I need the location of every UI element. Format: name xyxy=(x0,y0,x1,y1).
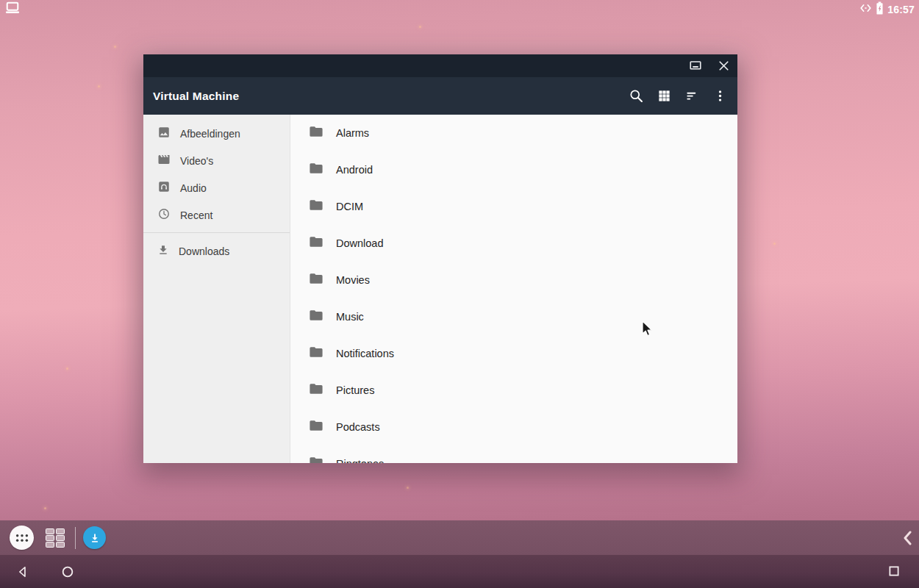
grid-view-icon[interactable] xyxy=(655,87,673,105)
overview-icon xyxy=(887,564,901,578)
home-icon xyxy=(60,564,75,579)
folder-row[interactable]: Notifications xyxy=(290,335,737,372)
folder-row[interactable]: Ringtones xyxy=(290,445,737,463)
sidebar-item-label: Afbeeldingen xyxy=(180,128,240,140)
folder-icon xyxy=(309,198,323,215)
folder-name: Download xyxy=(336,237,384,249)
data-transfer-icon xyxy=(859,3,872,16)
more-vert-icon[interactable] xyxy=(711,87,729,105)
sidebar-item-recent[interactable]: Recent xyxy=(143,201,290,229)
folder-row[interactable]: DCIM xyxy=(290,188,737,225)
file-manager-window: Virtual Machine xyxy=(143,54,737,463)
status-bar: 16:57 xyxy=(0,0,919,19)
taskbar-divider xyxy=(75,527,76,549)
sidebar-item-label: Audio xyxy=(180,182,207,194)
tray-collapse-chevron[interactable] xyxy=(903,531,912,545)
folder-row[interactable]: Android xyxy=(290,151,737,188)
folder-icon xyxy=(309,125,323,141)
folder-row[interactable]: Pictures xyxy=(290,372,737,409)
back-icon xyxy=(15,564,30,579)
sidebar-item-label: Recent xyxy=(180,209,212,221)
folder-name: Android xyxy=(336,164,373,176)
clock-icon xyxy=(157,207,171,223)
movie-icon xyxy=(157,153,171,169)
taskbar xyxy=(0,520,919,555)
folder-name: Notifications xyxy=(336,348,394,359)
search-icon[interactable] xyxy=(627,87,645,105)
file-list: Alarms Android DCIM Download Movies Musi… xyxy=(290,115,737,463)
folder-row[interactable]: Alarms xyxy=(290,115,737,151)
folder-name: Ringtones xyxy=(336,458,384,463)
downloads-app-button[interactable] xyxy=(83,526,106,549)
sidebar-item-label: Downloads xyxy=(179,245,229,257)
laptop-notification-icon[interactable] xyxy=(4,1,21,18)
folder-row[interactable]: Movies xyxy=(290,262,737,298)
window-title: Virtual Machine xyxy=(153,90,239,103)
folder-name: Pictures xyxy=(336,384,374,396)
folder-name: Alarms xyxy=(336,127,369,139)
app-drawer-dots-icon xyxy=(15,533,29,543)
back-button[interactable] xyxy=(7,556,39,588)
window-decor-bar xyxy=(143,54,737,77)
window-toolbar: Virtual Machine xyxy=(143,77,737,115)
home-button[interactable] xyxy=(51,556,84,588)
folder-icon xyxy=(309,272,323,288)
overview-button[interactable] xyxy=(878,555,910,587)
restore-window-icon[interactable] xyxy=(687,58,704,74)
download-icon xyxy=(157,244,169,259)
sidebar-divider xyxy=(143,232,290,233)
folder-icon xyxy=(309,309,323,325)
status-time: 16:57 xyxy=(887,4,915,15)
downloads-app-icon xyxy=(88,531,101,545)
image-icon xyxy=(157,126,171,142)
folder-icon xyxy=(309,382,323,398)
status-tray[interactable]: 16:57 xyxy=(859,1,915,18)
sidebar-item-videos[interactable]: Video's xyxy=(143,147,290,174)
app-grid-button[interactable] xyxy=(43,526,67,550)
close-icon[interactable] xyxy=(715,58,732,74)
folder-name: Movies xyxy=(336,274,370,286)
folder-name: Music xyxy=(336,311,364,323)
sidebar: Afbeeldingen Video's xyxy=(143,115,290,463)
headset-icon xyxy=(157,180,171,196)
folder-row[interactable]: Download xyxy=(290,225,737,262)
folder-name: Podcasts xyxy=(336,421,380,433)
app-grid-icon xyxy=(44,527,66,549)
folder-icon xyxy=(309,419,323,435)
folder-icon xyxy=(309,235,323,251)
folder-name: DCIM xyxy=(336,201,363,212)
folder-icon xyxy=(309,456,323,463)
sidebar-item-label: Video's xyxy=(180,155,213,167)
folder-row[interactable]: Podcasts xyxy=(290,409,737,445)
sort-icon[interactable] xyxy=(683,87,701,105)
sidebar-item-images[interactable]: Afbeeldingen xyxy=(143,120,290,147)
app-drawer-button[interactable] xyxy=(10,526,34,550)
folder-row[interactable]: Music xyxy=(290,298,737,335)
navigation-bar xyxy=(0,555,919,588)
folder-icon xyxy=(309,162,323,178)
folder-icon xyxy=(309,345,323,362)
battery-charging-icon xyxy=(876,1,884,18)
sidebar-item-audio[interactable]: Audio xyxy=(143,174,290,201)
sidebar-item-downloads[interactable]: Downloads xyxy=(143,237,290,265)
